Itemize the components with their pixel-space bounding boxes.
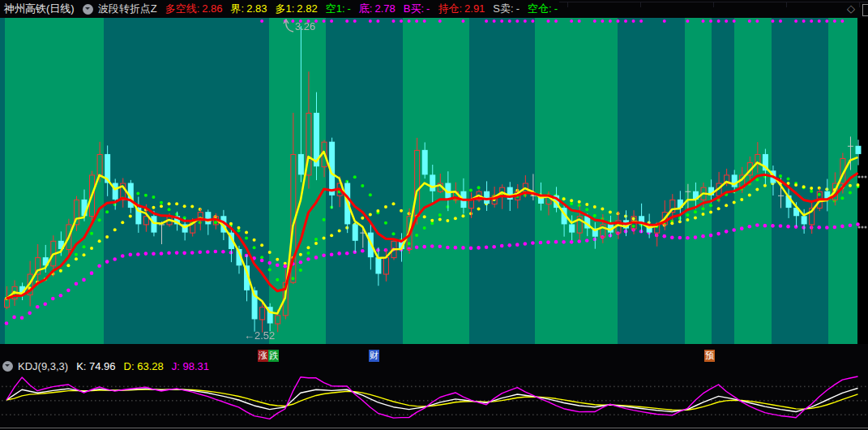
event-marker-badge[interactable]: 财 — [369, 350, 379, 362]
stock-chart-app: 神州高铁(日线) 波段转折点Z 多空线:2.86界:2.83多1:2.82空1:… — [0, 0, 868, 430]
indicator-field: 持仓:2.91 — [438, 2, 485, 15]
chevron-down-circle-icon[interactable] — [83, 4, 93, 15]
indicator-values: 多空线:2.86界:2.83多1:2.82空1:-底:2.78B买:-持仓:2.… — [165, 2, 566, 16]
event-marker-badge[interactable]: 跌 — [268, 350, 279, 362]
bottom-divider — [0, 428, 868, 428]
kdj-d-value: D: 63.28 — [124, 360, 164, 372]
maximize-icon[interactable] — [862, 4, 868, 16]
indicator-field: 空1:- — [326, 2, 351, 15]
kdj-k-value: K: 74.96 — [76, 360, 115, 372]
high-price-annotation: 3.26 — [295, 20, 315, 32]
top-tick-ruler — [559, 2, 868, 8]
kdj-indicator-name[interactable]: KDJ(9,3,3) — [18, 360, 68, 372]
indicator-field: 多1:2.82 — [276, 2, 318, 15]
curved-arrow-icon — [282, 19, 295, 35]
kdj-header-bar: KDJ(9,3,3) K: 74.96 D: 63.28 J: 98.31 — [0, 359, 868, 372]
indicator-field: 界:2.83 — [231, 2, 267, 15]
indicator-field: 底:2.78 — [359, 2, 396, 15]
chevron-down-circle-icon[interactable] — [2, 361, 13, 372]
low-price-annotation: ←2.52 — [244, 329, 275, 342]
event-marker-badge[interactable]: 涨 — [258, 350, 268, 362]
indicator-field: B买:- — [404, 2, 430, 15]
diamond-icon[interactable]: ◇ — [847, 2, 855, 15]
kdj-sub-chart[interactable] — [0, 372, 868, 428]
event-marker-badge[interactable]: 预 — [704, 350, 715, 362]
indicator-name[interactable]: 波段转折点Z — [98, 2, 157, 16]
main-candlestick-chart[interactable] — [0, 18, 868, 344]
indicator-field: 多空线:2.86 — [165, 2, 223, 15]
stock-title: 神州高铁(日线) — [4, 2, 75, 16]
kdj-j-value: J: 98.31 — [172, 360, 209, 372]
indicator-field: 空仓:- — [528, 2, 558, 15]
indicator-field: S卖:- — [493, 2, 520, 15]
